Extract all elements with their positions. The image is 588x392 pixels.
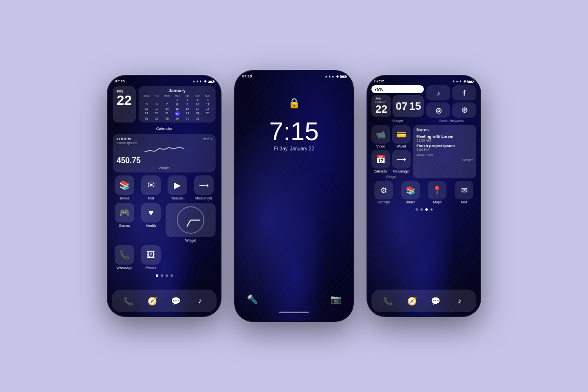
dock-phone[interactable]: 📞 <box>120 293 137 309</box>
app-settings[interactable]: ⚙ Settings <box>371 181 396 204</box>
p3-mid-section: 📹 Video 💳 Wallet 📅 Calendar <box>371 125 476 178</box>
status-icons-p1: ▲▲▲ ◈ <box>192 79 214 83</box>
mail-label: Mail <box>148 196 154 200</box>
messenger-label-p3: Messenger <box>393 170 410 173</box>
app-item-photos[interactable]: 🖼 Photos <box>139 245 163 270</box>
instagram-icon[interactable]: ◎ <box>426 102 450 118</box>
notes-widget[interactable]: Notes Meeting with Lorem 11:00 AM Finish… <box>413 125 476 178</box>
maps-label: Maps <box>433 200 441 204</box>
app-item-messenger[interactable]: ⟿ Messenger <box>192 175 216 200</box>
games-label: Games <box>119 224 130 227</box>
hour-hand <box>186 220 191 227</box>
app-item-clock-widget[interactable]: Widget <box>166 203 216 242</box>
social-grid: ♪ f ◎ ℗ <box>426 85 476 118</box>
wallet-label: Wallet <box>396 145 406 148</box>
camera-icon[interactable]: 📷 <box>330 294 341 305</box>
clock-widget-label: Widget <box>185 239 196 242</box>
mail-label-p3: Mail <box>461 200 467 204</box>
show-more[interactable]: show more <box>416 153 473 156</box>
maps-icon: 📍 <box>428 181 446 199</box>
app-item-whatsapp[interactable]: 📞 WhatsApp <box>113 245 136 270</box>
dock-music[interactable]: ♪ <box>192 293 208 309</box>
dot-1 <box>156 274 158 277</box>
p3-top-row: 75% JAN FRIDAY 22 07 15 <box>371 85 476 122</box>
wifi-icon: ◈ <box>204 79 206 83</box>
app-mail-p3[interactable]: ✉ Mail <box>452 181 476 204</box>
wifi-icon-p2: ◈ <box>336 74 339 78</box>
p3-widget-label: Widget <box>371 175 411 178</box>
mail-icon: ✉ <box>141 175 161 195</box>
time-p2: 07:15 <box>242 74 252 78</box>
date-month-p3: JAN <box>375 97 387 100</box>
app-item-youtube[interactable]: ▶ Youtube <box>166 175 189 200</box>
date-day-p3: 22 <box>375 103 387 115</box>
youtube-icon: ▶ <box>168 175 187 195</box>
app-item-mail[interactable]: ✉ Mail <box>139 175 163 200</box>
notes-widget-label: Widget <box>416 158 473 162</box>
app-item-books[interactable]: 📚 Books <box>113 175 136 200</box>
video-icon: 📹 <box>371 125 390 144</box>
messenger-label: Messenger <box>196 196 213 200</box>
tiktok-icon[interactable]: ♪ <box>426 85 450 100</box>
settings-icon: ⚙ <box>374 181 393 199</box>
stock-widget-label: Widget <box>117 166 212 170</box>
note-1-name: Meeting with Lorem <box>416 134 473 139</box>
lock-date: Friday, January 22 <box>274 146 314 151</box>
app-wallet[interactable]: 💳 Wallet <box>392 125 411 148</box>
stock-desc: Lorem Ipsum <box>117 141 137 145</box>
calendar-full-widget: January MON TUE WED THU FRI SAT SUN 1 2 <box>139 86 216 122</box>
dock-messages[interactable]: 💬 <box>168 293 184 309</box>
big-07: 07 <box>395 101 407 112</box>
wallet-icon: 💳 <box>392 125 411 144</box>
signal-icon-p3: ▲▲▲ <box>452 79 462 83</box>
note-2: Finish project Ipsum 3:00 PM <box>416 144 473 151</box>
note-2-time: 3:00 PM <box>416 148 473 151</box>
social-networks-label: Social Networks <box>426 119 476 122</box>
lock-bottom: 🔦 📷 <box>235 294 353 305</box>
books-label: Books <box>120 196 129 200</box>
date-daylabel-p3: FRIDAY <box>375 100 387 104</box>
lock-time: 7:15 <box>269 119 318 144</box>
app-messenger-p3[interactable]: ⟿ Messenger <box>392 150 411 173</box>
home-bar[interactable] <box>279 312 309 313</box>
dock-messages-p3[interactable]: 💬 <box>427 293 444 309</box>
date-widget-p3: JAN FRIDAY 22 <box>371 95 391 117</box>
p3-app-grid-bottom: ⚙ Settings 📚 Books 📍 Maps ✉ Mail <box>371 181 476 204</box>
video-label: Video <box>376 145 385 148</box>
calendar-label: Calendar <box>113 126 216 131</box>
note-1: Meeting with Lorem 11:00 AM <box>416 134 473 142</box>
page-dots-p1 <box>113 272 216 279</box>
pinterest-icon[interactable]: ℗ <box>452 102 476 118</box>
dock-compass[interactable]: 🧭 <box>144 293 161 309</box>
flashlight-icon[interactable]: 🔦 <box>247 294 258 305</box>
dot-p3-3 <box>425 208 428 211</box>
dock-p1: 📞 🧭 💬 ♪ <box>112 290 217 312</box>
minute-hand <box>191 220 200 220</box>
mail-icon-p3: ✉ <box>455 181 473 199</box>
app-item-health[interactable]: ♥ Health <box>139 203 163 242</box>
health-icon: ♥ <box>141 203 161 222</box>
stock-widget[interactable]: LOREM Lorem Ipsum +5.50 450.75 Widget <box>113 134 216 172</box>
dock-music-p3[interactable]: ♪ <box>451 293 468 309</box>
app-calendar-p3[interactable]: 📅 Calendar <box>371 150 390 173</box>
dock-phone-p3[interactable]: 📞 <box>380 293 396 309</box>
facebook-icon[interactable]: f <box>452 85 476 100</box>
battery-icon-p2 <box>340 75 346 78</box>
books-icon-p3: 📚 <box>401 181 420 199</box>
battery-widget-p3: 75% <box>371 85 424 93</box>
photos-icon: 🖼 <box>141 245 161 265</box>
app-books-p3[interactable]: 📚 Books <box>398 181 423 204</box>
dot-p3-4 <box>430 208 433 211</box>
dock-compass-p3[interactable]: 🧭 <box>404 293 420 309</box>
app-maps[interactable]: 📍 Maps <box>425 181 450 204</box>
app-item-games[interactable]: 🎮 Games <box>113 203 136 242</box>
signal-icon-p2: ▲▲▲ <box>324 74 335 78</box>
notes-title: Notes <box>416 127 473 132</box>
app-video[interactable]: 📹 Video <box>371 125 390 148</box>
dot-p3-1 <box>416 208 418 211</box>
stock-price: 450.75 <box>117 156 212 165</box>
note-2-name: Finish project Ipsum <box>416 144 473 148</box>
calendar-widget-row: FRI 22 January MON TUE WED THU FRI SAT S… <box>113 86 216 122</box>
books-icon: 📚 <box>115 175 134 195</box>
whatsapp-icon: 📞 <box>115 245 134 265</box>
